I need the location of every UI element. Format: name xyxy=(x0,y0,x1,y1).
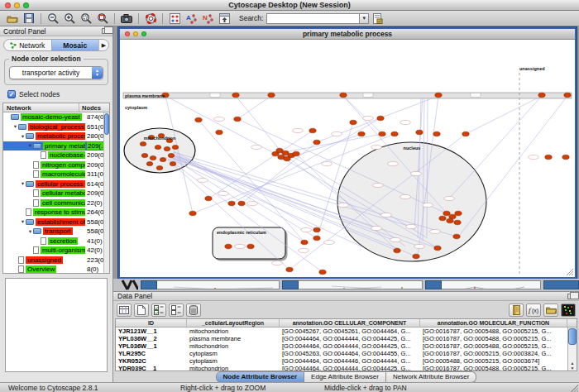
select-attributes-button[interactable] xyxy=(151,304,166,317)
life-ring-button[interactable] xyxy=(143,12,158,25)
tree-row[interactable]: macromolecule311(0) xyxy=(3,170,109,179)
tree-row[interactable]: ▼metabolic process280(0) xyxy=(3,131,109,141)
background-network-drawing[interactable] xyxy=(120,280,138,290)
zoom-in-button[interactable] xyxy=(62,12,77,25)
attribute-editor-button[interactable] xyxy=(509,304,524,317)
tree-row[interactable]: secretion41(0) xyxy=(3,237,109,246)
network-close-button[interactable] xyxy=(125,31,130,36)
function-builder-button[interactable]: f(x) xyxy=(526,304,541,317)
table-scrollbar-thumb[interactable] xyxy=(568,328,577,345)
network-canvas[interactable]: plasma membranecytoplasmmitochondrionnuc… xyxy=(120,40,575,277)
tree-row[interactable]: mosaic-demo-yeast874(0) xyxy=(3,112,109,122)
background-window-titlebar[interactable] xyxy=(141,280,157,289)
network-window-titlebar[interactable]: primary metabolic process xyxy=(120,29,575,40)
zoom-out-button[interactable] xyxy=(45,12,60,25)
tree-scrollbar[interactable] xyxy=(103,112,109,273)
network-annotation-a-button[interactable]: A xyxy=(184,12,199,25)
table-column-header[interactable]: _cellularLayoutRegion xyxy=(187,319,280,327)
table-row[interactable]: YPL036W__2plasma membrane[GO:0044464, GO… xyxy=(116,335,567,342)
zoom-fit-button[interactable] xyxy=(95,12,110,25)
tree-row[interactable]: Overview8(0) xyxy=(3,265,109,273)
zoom-window-button[interactable] xyxy=(23,2,29,8)
tree-column-nodes[interactable]: Nodes xyxy=(79,103,109,112)
tree-row[interactable]: multi-organism pro42(0) xyxy=(3,246,109,256)
expand-arrow-icon[interactable]: ▼ xyxy=(20,134,26,139)
tree-row[interactable]: unassigned223(0) xyxy=(3,256,109,265)
tab-edge-attribute-browser[interactable]: Edge Attribute Browser xyxy=(304,371,386,383)
expand-arrow-icon[interactable]: ▼ xyxy=(20,181,26,186)
tree-scrollbar-thumb[interactable] xyxy=(104,113,109,135)
expand-arrow-icon[interactable]: ▼ xyxy=(12,124,18,129)
tree-row[interactable]: ▼establishment of lo558(0) xyxy=(3,218,109,227)
search-dropdown-arrow-icon[interactable]: ▼ xyxy=(359,14,368,23)
snapshot-camera-button[interactable] xyxy=(119,12,134,25)
tab-mosaic[interactable]: Mosaic xyxy=(51,40,99,50)
background-window-fragment[interactable] xyxy=(141,280,280,289)
window-arrow-button[interactable] xyxy=(217,12,232,25)
background-window-fragment[interactable] xyxy=(543,280,579,289)
tree-row[interactable]: nitrogen compo209(0) xyxy=(3,160,109,170)
attribute-table-button[interactable] xyxy=(117,304,132,317)
table-column-header[interactable]: annotation.GO MOLECULAR_FUNCTION xyxy=(420,319,567,327)
tree-row[interactable]: nucleobase-209(0) xyxy=(3,151,109,160)
tree-row[interactable]: cellular metabo209(0) xyxy=(3,189,109,198)
expand-arrow-icon[interactable]: ▼ xyxy=(20,219,26,224)
table-row[interactable]: YKR052Ccytoplasm[GO:0044464, GO:0044446,… xyxy=(116,357,567,365)
tab-node-attribute-browser[interactable]: Node Attribute Browser xyxy=(216,371,305,383)
network-graph[interactable]: plasma membranecytoplasmmitochondrionnuc… xyxy=(120,40,575,277)
new-attribute-button[interactable] xyxy=(134,304,149,317)
tree-row[interactable]: ▼primary metabo209(... xyxy=(3,141,109,151)
background-window-titlebar[interactable] xyxy=(425,280,442,289)
tree-row[interactable]: ▼cellular process614(0) xyxy=(3,179,109,189)
network-annotation-n-button[interactable]: N xyxy=(200,12,215,25)
network-zoom-button[interactable] xyxy=(141,31,146,36)
birdseye-view-panel[interactable] xyxy=(5,278,108,372)
table-scrollbar[interactable]: ▲▼ xyxy=(567,327,577,370)
tree-row[interactable]: cell communicat22(0) xyxy=(3,198,109,208)
table-row[interactable]: YDR039C__1mitochondrion[GO:0044464, GO:0… xyxy=(116,365,567,370)
unselect-attributes-button[interactable] xyxy=(169,304,184,317)
zoom-selected-button[interactable] xyxy=(79,12,93,25)
table-row[interactable]: YLR295Ccytoplasm[GO:0045263, GO:0044464,… xyxy=(116,350,567,357)
tree-row-label: Overview xyxy=(26,265,56,273)
tree-row-label: cellular metabo xyxy=(41,189,85,197)
expand-arrow-icon[interactable]: ▼ xyxy=(27,229,33,234)
search-combobox[interactable]: ▼ xyxy=(266,13,369,24)
import-attributes-button[interactable] xyxy=(543,304,558,317)
tab-network-attribute-browser[interactable]: Network Attribute Browser xyxy=(386,371,476,383)
table-row[interactable]: YPL036W__1mitochondrion[GO:0044464, GO:0… xyxy=(116,342,567,350)
close-window-button[interactable] xyxy=(5,2,11,8)
open-file-button[interactable] xyxy=(5,12,20,25)
table-row[interactable]: YJR121W__1mitochondrion[GO:0045267, GO:0… xyxy=(116,327,567,335)
tree-row[interactable]: ▼transport558(0) xyxy=(3,227,109,237)
tab-network[interactable]: Network xyxy=(4,40,51,50)
network-tree-header: Network Nodes xyxy=(3,103,109,112)
tree-row-label: metabolic process xyxy=(36,132,85,140)
tree-row[interactable]: response to stimulu264(0) xyxy=(3,208,109,218)
background-window-titlebar[interactable] xyxy=(282,280,299,289)
node-grid-button[interactable] xyxy=(167,12,182,25)
save-session-button[interactable] xyxy=(22,12,36,25)
tree-row[interactable]: ▼biological_process651(0) xyxy=(3,122,109,132)
table-column-header[interactable]: annotation.GO CELLULAR_COMPONENT xyxy=(280,319,420,327)
table-scrollbar-arrows[interactable]: ▲▼ xyxy=(568,361,577,370)
expand-arrow-icon[interactable]: ▼ xyxy=(27,143,33,148)
minimize-window-button[interactable] xyxy=(14,2,20,8)
dropdown-stepper-icon[interactable]: ▲▼ xyxy=(92,67,103,79)
float-panel-icon[interactable] xyxy=(102,28,109,34)
document-chart-button[interactable] xyxy=(370,12,385,25)
network-minimize-button[interactable] xyxy=(133,31,138,36)
float-panel-icon[interactable] xyxy=(567,294,575,299)
background-window-fragment[interactable] xyxy=(425,280,541,289)
resize-grip-icon[interactable] xyxy=(571,385,578,392)
node-color-dropdown[interactable]: transporter activity ▲▼ xyxy=(9,66,103,79)
tree-column-network[interactable]: Network xyxy=(3,103,79,112)
matrix-button[interactable] xyxy=(561,304,576,317)
background-window-fragment[interactable] xyxy=(282,280,423,289)
select-nodes-checkbox[interactable]: ✓ xyxy=(7,90,16,98)
delete-attribute-button[interactable] xyxy=(186,304,201,317)
region-label-plasma_membrane: plasma membrane xyxy=(125,93,165,98)
table-column-header[interactable]: ID xyxy=(116,319,187,327)
tab-overflow-arrow-icon[interactable]: ▶ xyxy=(98,40,108,50)
tree-row-node-count: 22(0) xyxy=(87,199,103,207)
